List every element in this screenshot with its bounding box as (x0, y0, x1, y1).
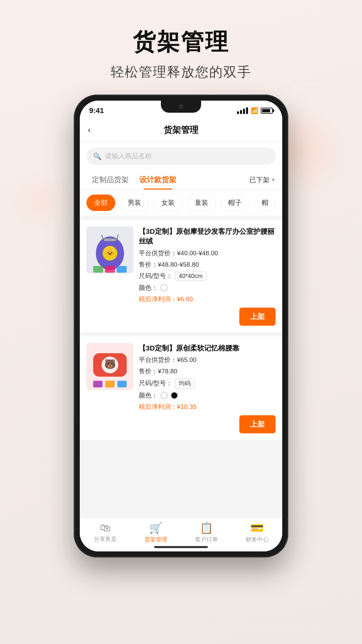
size-label-1: 尺码/型号： (139, 272, 172, 280)
status-filter[interactable]: 已下架 ▼ (249, 175, 276, 184)
svg-text:🐻: 🐻 (104, 359, 116, 370)
tab-custom-shelf[interactable]: 定制品货架 (86, 170, 134, 190)
color-row-1: 颜色： (139, 283, 276, 292)
customer-orders-icon: 📋 (200, 522, 213, 534)
product-card-1: 🐱 【3D定制】原创摩登沙发客厅办公室护腰丽丝绒 平台供货价：¥40.00-¥4… (80, 220, 282, 332)
svg-rect-4 (104, 238, 116, 241)
cat-men[interactable]: 男装 (120, 195, 149, 211)
size-row-2: 尺码/型号： 均码 (139, 378, 276, 388)
platform-price-2: 平台供货价：¥65.00 (139, 356, 276, 364)
color-label-1: 颜色： (139, 283, 158, 292)
product-image-1: 🐱 (86, 226, 133, 273)
product-card-2: 🐻 【3D定制】原创柔软记忆棉腰靠 平台供货价：¥65.00 售价：¥78.80 (80, 336, 282, 440)
profit-2: 税后净利润：¥10.35 (139, 402, 276, 411)
search-placeholder-text: 请输入商品名称 (105, 152, 152, 161)
phone-frame: 9:41 📶 ‹ 货架管理 (74, 95, 288, 557)
size-badge-2: 均码 (175, 378, 194, 388)
search-input[interactable]: 🔍 请输入商品名称 (86, 148, 276, 165)
platform-price-1: 平台供货价：¥40.00-¥48.00 (139, 249, 276, 258)
home-indicator (154, 546, 208, 548)
profit-1: 税后净利润：¥6.60 (139, 295, 276, 304)
camera-dot (179, 104, 183, 109)
size-label-2: 尺码/型号： (139, 379, 172, 388)
color-row-2: 颜色： (139, 391, 276, 400)
color-swatch-black-2 (171, 392, 178, 399)
svg-rect-15 (105, 381, 115, 387)
nav-bar: ‹ 货架管理 (80, 118, 282, 142)
size-badge-1: 40*40cm (175, 272, 206, 281)
svg-text:🐱: 🐱 (105, 248, 115, 257)
status-time: 9:41 (89, 106, 104, 115)
wifi-icon: 📶 (251, 107, 258, 114)
shelf-manage-icon: 🛒 (149, 522, 163, 534)
tab-customer-orders[interactable]: 📋 客户订单 (181, 522, 232, 543)
tab-shelf-manage[interactable]: 🛒 货架管理 (130, 522, 181, 543)
nav-title: 货架管理 (164, 124, 198, 136)
shelf-button-1[interactable]: 上架 (239, 308, 276, 326)
color-swatch-white-1 (161, 284, 168, 291)
cat-women[interactable]: 女装 (154, 195, 182, 211)
tab-row: 定制品货架 设计款货架 已下架 ▼ (80, 170, 282, 190)
finance-icon: 💳 (250, 522, 264, 534)
svg-rect-14 (93, 381, 103, 387)
phone-notch (161, 101, 201, 113)
svg-rect-7 (93, 266, 103, 273)
product-details-2: 【3D定制】原创柔软记忆棉腰靠 平台供货价：¥65.00 售价：¥78.80 尺… (139, 343, 276, 411)
color-swatch-white-2 (161, 392, 168, 399)
search-icon: 🔍 (93, 152, 102, 160)
cat-children[interactable]: 童装 (187, 195, 216, 211)
sell-price-1: 售价：¥48.80-¥58.80 (139, 260, 276, 269)
status-icons: 📶 (237, 107, 273, 114)
product-details-1: 【3D定制】原创摩登沙发客厅办公室护腰丽丝绒 平台供货价：¥40.00-¥48.… (139, 226, 276, 304)
tab-share-sell[interactable]: 🛍 分享售卖 (80, 522, 130, 543)
shelf-manage-label: 货架管理 (144, 536, 167, 543)
battery-icon (261, 108, 273, 114)
product-name-1: 【3D定制】原创摩登沙发客厅办公室护腰丽丝绒 (139, 226, 276, 246)
cat-hat2[interactable]: 帽 (254, 195, 276, 211)
customer-orders-label: 客户订单 (195, 536, 218, 543)
product-image-2: 🐻 (86, 343, 133, 390)
category-row: 全部 男装 女装 童装 帽子 帽 (80, 190, 282, 216)
sell-price-2: 售价：¥78.80 (139, 367, 276, 376)
search-bar: 🔍 请输入商品名称 (80, 142, 282, 170)
svg-rect-16 (117, 381, 127, 387)
product-name-2: 【3D定制】原创柔软记忆棉腰靠 (139, 343, 276, 353)
page-main-title: 货架管理 (0, 27, 362, 57)
finance-label: 财务中心 (246, 536, 268, 543)
tab-design-shelf[interactable]: 设计款货架 (134, 170, 182, 190)
dropdown-arrow-icon: ▼ (271, 177, 276, 182)
cat-hat[interactable]: 帽子 (221, 195, 249, 211)
back-button[interactable]: ‹ (88, 125, 91, 135)
cat-all[interactable]: 全部 (86, 195, 115, 211)
status-filter-label: 已下架 (249, 175, 269, 184)
svg-rect-8 (105, 266, 115, 273)
page-sub-title: 轻松管理释放您的双手 (0, 63, 362, 81)
share-sell-label: 分享售卖 (94, 535, 117, 543)
signal-icon (237, 107, 248, 114)
tab-finance[interactable]: 💳 财务中心 (232, 522, 282, 543)
color-label-2: 颜色： (139, 391, 158, 400)
shelf-button-2[interactable]: 上架 (239, 415, 276, 433)
svg-rect-9 (117, 266, 127, 273)
product-list: 🐱 【3D定制】原创摩登沙发客厅办公室护腰丽丝绒 平台供货价：¥40.00-¥4… (80, 216, 282, 518)
share-sell-icon: 🛍 (100, 522, 111, 534)
size-row-1: 尺码/型号： 40*40cm (139, 272, 276, 281)
